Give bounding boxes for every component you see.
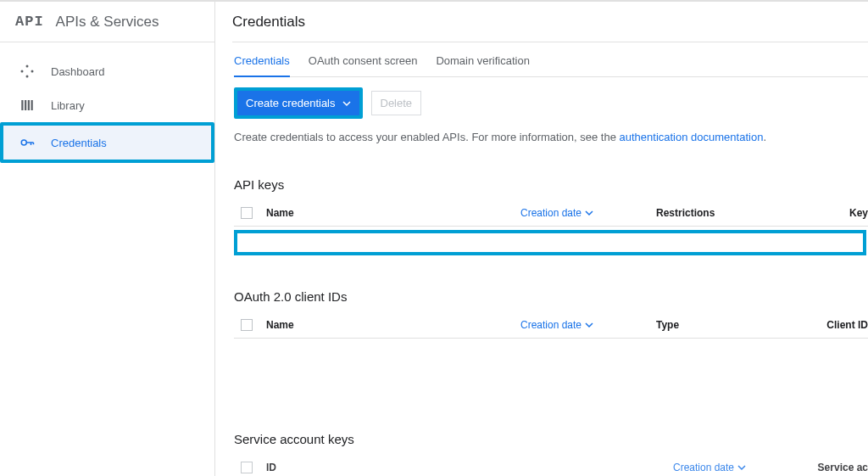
highlight-api-key-row [234, 230, 866, 255]
col-creation-date[interactable]: Creation date [673, 462, 809, 473]
select-all-checkbox[interactable] [241, 319, 253, 331]
col-restrictions[interactable]: Restrictions [656, 207, 792, 219]
sidebar-item-library[interactable]: Library [0, 88, 214, 122]
col-service-account[interactable]: Service ac [809, 462, 868, 473]
svg-rect-4 [21, 100, 23, 110]
delete-button[interactable]: Delete [371, 91, 422, 115]
product-title: APIs & Services [56, 14, 159, 31]
select-all-checkbox[interactable] [241, 207, 253, 219]
svg-rect-5 [25, 100, 26, 110]
chevron-down-icon [342, 99, 351, 108]
sidebar-item-label: Dashboard [51, 65, 105, 78]
col-creation-date[interactable]: Creation date [520, 207, 656, 219]
main-content: Credentials Credentials OAuth consent sc… [215, 2, 868, 476]
chevron-down-icon [737, 463, 746, 472]
highlight-create-button: Create credentials [234, 87, 363, 119]
api-keys-heading: API keys [234, 177, 868, 192]
svc-table-header: ID Creation date Service ac [234, 456, 868, 476]
svg-point-1 [21, 70, 24, 73]
svg-point-3 [26, 76, 29, 78]
col-id[interactable]: ID [266, 462, 673, 473]
create-credentials-button[interactable]: Create credentials [237, 91, 359, 115]
key-icon [19, 134, 36, 151]
col-key[interactable]: Key [792, 207, 868, 219]
highlight-credentials-nav: Credentials [0, 122, 214, 163]
svg-point-2 [31, 70, 34, 73]
col-name[interactable]: Name [266, 207, 520, 219]
tabs: Credentials OAuth consent screen Domain … [234, 54, 868, 77]
svg-rect-7 [31, 100, 33, 110]
info-text: Create credentials to access your enable… [234, 131, 868, 143]
sidebar-item-dashboard[interactable]: Dashboard [0, 54, 214, 88]
create-credentials-label: Create credentials [246, 97, 336, 109]
chevron-down-icon [585, 321, 593, 329]
tab-oauth-consent[interactable]: OAuth consent screen [309, 54, 418, 76]
product-header: API APIs & Services [0, 2, 214, 42]
sidebar-item-credentials[interactable]: Credentials [3, 126, 211, 160]
col-type[interactable]: Type [656, 319, 792, 331]
page-title: Credentials [232, 14, 305, 31]
oauth-client-ids-heading: OAuth 2.0 client IDs [234, 289, 868, 304]
sidebar-item-label: Library [51, 99, 85, 112]
col-client-id[interactable]: Client ID [792, 319, 868, 331]
api-keys-table-header: Name Creation date Restrictions Key [234, 202, 868, 227]
tab-credentials[interactable]: Credentials [234, 54, 290, 77]
col-name[interactable]: Name [266, 319, 520, 331]
sidebar-item-label: Credentials [51, 137, 107, 149]
sidebar: API APIs & Services Dashboard Library [0, 2, 215, 476]
library-icon [19, 97, 36, 114]
select-all-checkbox[interactable] [241, 462, 253, 473]
chevron-down-icon [585, 209, 593, 217]
product-logo: API [15, 14, 44, 30]
dashboard-icon [19, 63, 36, 80]
svg-rect-6 [28, 100, 30, 110]
svg-point-8 [21, 140, 26, 145]
oauth-table-header: Name Creation date Type Client ID [234, 314, 868, 339]
col-creation-date[interactable]: Creation date [520, 319, 656, 331]
tab-domain-verification[interactable]: Domain verification [436, 54, 530, 76]
svg-point-0 [26, 65, 29, 68]
auth-doc-link[interactable]: authentication documentation [620, 131, 764, 143]
service-account-keys-heading: Service account keys [234, 432, 868, 446]
